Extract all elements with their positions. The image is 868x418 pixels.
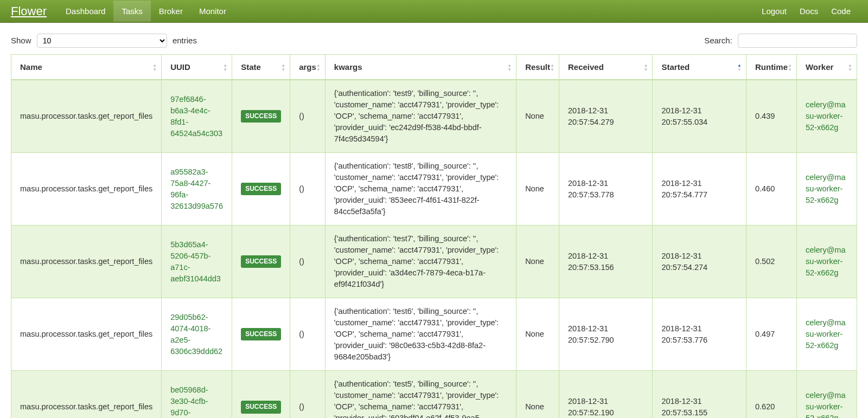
column-label: kwargs [334,62,362,72]
nav-item-dashboard: Dashboard [58,1,113,22]
cell-kwargs: {'authentication': 'test5', 'billing_sou… [326,371,516,418]
cell-kwargs: {'authentication': 'test8', 'billing_sou… [326,153,516,226]
column-header-kwargs[interactable]: kwargs▲▼ [326,55,516,80]
main-container: Show 10 entries Search: Name▲▼UUID▲▼Stat… [0,23,868,418]
nav-item-docs: Docs [793,1,825,22]
table-row: masu.processor.tasks.get_report_files97e… [11,80,857,153]
column-label: Worker [806,62,833,72]
column-header-state[interactable]: State▲▼ [232,55,290,80]
cell-state: SUCCESS [232,153,290,226]
cell-state: SUCCESS [232,371,290,418]
cell-worker: celery@masu-worker-52-x662g [797,226,857,298]
column-label: Received [568,62,604,72]
uuid-link[interactable]: 5b3d65a4-5206-457b-a71c-aebf31044dd3 [170,240,221,283]
cell-runtime: 0.620 [746,371,797,418]
sort-icon: ▲▼ [223,63,227,71]
uuid-link[interactable]: be05968d-3e30-4cfb-9d70-945c62feb25f [170,385,218,418]
column-label: Result [525,62,550,72]
column-header-runtime[interactable]: Runtime▲▼ [746,55,797,80]
cell-runtime: 0.497 [746,298,797,371]
nav-link-monitor[interactable]: Monitor [191,1,234,22]
cell-result: None [516,153,559,226]
search-input[interactable] [738,34,857,48]
cell-args: () [290,153,326,226]
state-badge: SUCCESS [241,255,281,268]
cell-uuid: a95582a3-75a8-4427-96fa-32613d99a576 [162,153,232,226]
column-label: Runtime [755,62,788,72]
cell-runtime: 0.460 [746,153,797,226]
column-header-uuid[interactable]: UUID▲▼ [162,55,232,80]
cell-runtime: 0.502 [746,226,797,298]
cell-name: masu.processor.tasks.get_report_files [11,80,162,153]
navbar: Flower DashboardTasksBrokerMonitor Logou… [0,0,868,23]
sort-icon: ▲▼ [550,63,554,71]
worker-link[interactable]: celery@masu-worker-52-x662g [806,173,846,204]
column-header-worker[interactable]: Worker▲▼ [797,55,857,80]
cell-worker: celery@masu-worker-52-x662g [797,80,857,153]
cell-args: () [290,298,326,371]
cell-uuid: be05968d-3e30-4cfb-9d70-945c62feb25f [162,371,232,418]
brand-link[interactable]: Flower [11,4,47,18]
nav-item-code: Code [825,1,857,22]
cell-started: 2018-12-31 20:57:54.274 [653,226,746,298]
cell-state: SUCCESS [232,80,290,153]
show-label: Show [11,36,31,45]
cell-uuid: 29d05b62-4074-4018-a2e5-6306c39ddd62 [162,298,232,371]
cell-started: 2018-12-31 20:57:53.155 [653,371,746,418]
cell-result: None [516,298,559,371]
worker-link[interactable]: celery@masu-worker-52-x662g [806,246,846,277]
column-header-args[interactable]: args▲▼ [290,55,326,80]
column-label: State [241,62,261,72]
worker-link[interactable]: celery@masu-worker-52-x662g [806,318,846,350]
cell-kwargs: {'authentication': 'test9', 'billing_sou… [326,80,516,153]
sort-icon: ▲▼ [152,63,157,71]
state-badge: SUCCESS [241,401,281,413]
cell-uuid: 97ef6846-b6a3-4e4c-8fd1-64524a54c303 [162,80,232,153]
sort-icon: ▲▼ [316,63,321,71]
cell-started: 2018-12-31 20:57:54.777 [653,153,746,226]
table-row: masu.processor.tasks.get_report_filesa95… [11,153,857,226]
cell-received: 2018-12-31 20:57:53.156 [559,226,653,298]
uuid-link[interactable]: 97ef6846-b6a3-4e4c-8fd1-64524a54c303 [170,95,222,138]
nav-item-tasks: Tasks [113,1,150,22]
state-badge: SUCCESS [241,110,281,123]
sort-icon: ▲▼ [848,63,852,71]
column-label: Started [661,62,690,72]
nav-item-logout: Logout [755,1,793,22]
cell-kwargs: {'authentication': 'test7', 'billing_sou… [326,226,516,298]
entries-label: entries [173,36,197,45]
search-control: Search: [704,34,857,48]
nav-link-tasks[interactable]: Tasks [113,1,150,22]
table-row: masu.processor.tasks.get_report_filesbe0… [11,371,857,418]
column-header-result[interactable]: Result▲▼ [516,55,559,80]
table-row: masu.processor.tasks.get_report_files29d… [11,298,857,371]
column-header-received[interactable]: Received▲▼ [559,55,653,80]
nav-link-dashboard[interactable]: Dashboard [58,1,113,22]
search-label: Search: [704,36,732,45]
page-size-select[interactable]: 10 [37,34,167,48]
cell-name: masu.processor.tasks.get_report_files [11,371,162,418]
cell-worker: celery@masu-worker-52-x662g [797,298,857,371]
cell-runtime: 0.439 [746,80,797,153]
worker-link[interactable]: celery@masu-worker-52-x662g [806,100,846,132]
state-badge: SUCCESS [241,328,281,340]
nav-link-docs[interactable]: Docs [793,1,825,22]
tasks-tbody: masu.processor.tasks.get_report_files97e… [11,80,857,418]
cell-state: SUCCESS [232,226,290,298]
nav-item-broker: Broker [151,1,191,22]
column-header-started[interactable]: Started▲▼ [653,55,746,80]
uuid-link[interactable]: a95582a3-75a8-4427-96fa-32613d99a576 [170,168,223,210]
uuid-link[interactable]: 29d05b62-4074-4018-a2e5-6306c39ddd62 [170,313,222,356]
cell-name: masu.processor.tasks.get_report_files [11,226,162,298]
nav-link-broker[interactable]: Broker [151,1,191,22]
nav-link-logout[interactable]: Logout [755,1,793,22]
cell-name: masu.processor.tasks.get_report_files [11,298,162,371]
column-label: Name [20,62,42,72]
column-header-name[interactable]: Name▲▼ [11,55,162,80]
cell-args: () [290,80,326,153]
worker-link[interactable]: celery@masu-worker-52-x662g [806,391,846,418]
nav-link-code[interactable]: Code [825,1,857,22]
column-label: UUID [170,62,190,72]
nav-right: LogoutDocsCode [755,1,857,22]
header-row: Name▲▼UUID▲▼State▲▼args▲▼kwargs▲▼Result▲… [11,55,857,80]
